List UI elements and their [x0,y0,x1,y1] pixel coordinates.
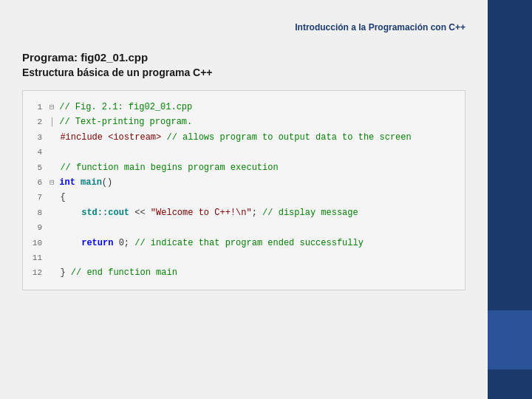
code-content-6: ⊟ int main() [50,175,465,190]
code-line-8: 8 std::cout << "Welcome to C++!\n"; // d… [23,205,465,220]
code-line-6: 6 ⊟ int main() [23,175,465,190]
line-num-4: 4 [23,146,50,160]
line-num-11: 11 [23,251,50,265]
code-line-5: 5 // function main begins program execut… [23,160,465,175]
code-line-7: 7 { [23,190,465,205]
code-content-3: #include <iostream> // allows program to… [50,130,465,145]
code-content-9 [50,220,465,235]
code-line-3: 3 #include <iostream> // allows program … [23,130,465,145]
code-content-5: // function main begins program executio… [50,160,465,175]
line-num-2: 2 [23,115,50,129]
line-num-8: 8 [23,206,50,220]
code-content-12: } // end function main [50,265,465,280]
line-num-1: 1 [23,100,50,115]
code-line-9: 9 [23,220,465,235]
code-line-4: 4 [23,145,465,160]
code-content-10: return 0; // indicate that program ended… [50,236,465,250]
code-content-4 [50,145,465,160]
line-num-12: 12 [23,266,50,280]
line-num-7: 7 [23,191,50,205]
header-title: Introducción a la Programación con C++ [22,15,466,33]
line-num-6: 6 [23,176,50,190]
code-line-11: 11 [23,250,465,265]
main-content: Introducción a la Programación con C++ P… [0,0,488,399]
code-content-8: std::cout << "Welcome to C++!\n"; // dis… [50,205,465,220]
code-block: 1 ⊟ // Fig. 2.1: fig02_01.cpp 2 │ // Tex… [22,90,466,290]
code-line-10: 10 return 0; // indicate that program en… [23,236,465,250]
line-num-9: 9 [23,221,50,235]
program-description: Estructura básica de un programa C++ [22,66,466,78]
line-num-10: 10 [23,236,50,250]
line-num-5: 5 [23,161,50,175]
code-line-2: 2 │ // Text-printing program. [23,115,465,129]
code-line-1: 1 ⊟ // Fig. 2.1: fig02_01.cpp [23,100,465,115]
program-filename: Programa: fig02_01.cpp [22,51,466,64]
code-content-2: │ // Text-printing program. [50,115,465,129]
sidebar-accent [488,310,532,369]
sidebar [488,0,532,399]
code-line-12: 12 } // end function main [23,265,465,280]
code-content-7: { [50,190,465,205]
code-content-11 [50,250,465,265]
line-num-3: 3 [23,131,50,145]
code-content-1: ⊟ // Fig. 2.1: fig02_01.cpp [50,100,465,115]
